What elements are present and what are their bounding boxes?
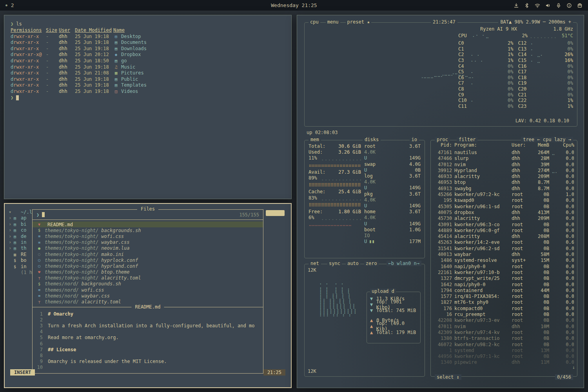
ls-row: drwxr-xr-x - dhh 25 Jun 19:18 ▤Documents bbox=[11, 40, 285, 46]
cpu-total-label: CPU bbox=[458, 33, 470, 38]
proc-select-hint[interactable]: select ↕ bbox=[435, 374, 461, 380]
proc-header-pid[interactable]: Pid: bbox=[434, 142, 452, 148]
tab-io[interactable]: io bbox=[410, 137, 419, 142]
picker-item[interactable]: ♥ themes/tokyo-night/btop.theme bbox=[33, 269, 263, 275]
process-row[interactable]: 39912 Hyprland dhh 274M ⣀⡀ 0.0 bbox=[434, 168, 574, 174]
net-mode-zero[interactable]: zero bbox=[364, 261, 379, 266]
battery-status[interactable]: BAT▲ 98% 2.99W ─ 2000ms + bbox=[498, 19, 573, 25]
process-mem: 0B bbox=[531, 299, 549, 305]
process-program: kworker/u96:0-gf bbox=[454, 228, 509, 234]
tab-proc[interactable]: proc bbox=[435, 137, 450, 142]
process-row[interactable]: 31541 kworker/u96:2-sd root 0B 0.0 bbox=[434, 246, 574, 252]
tab-menu[interactable]: menu bbox=[326, 19, 340, 25]
file-size: - bbox=[46, 46, 59, 52]
net-mode-auto[interactable]: auto bbox=[346, 261, 360, 266]
net-interface[interactable]: ←b wlan0 n→ bbox=[387, 261, 421, 266]
process-row[interactable]: 42208 kworker/u97:3-ev root 0B 0.0 bbox=[434, 318, 574, 323]
picker-item[interactable]: ● themes/tokyo-night/neovim.lua bbox=[33, 245, 263, 251]
tab-disks[interactable]: disks bbox=[363, 137, 381, 142]
proc-header-user[interactable]: User: bbox=[512, 142, 529, 148]
process-row[interactable]: 47161 nautilus dhh 264M ⣀ 0.0 bbox=[434, 150, 574, 156]
line-number: 5 bbox=[33, 335, 43, 341]
process-row[interactable]: 1642 napi/phy0-0 root 0B 0.0 bbox=[434, 282, 574, 288]
scroll-down-icon[interactable]: ↓ bbox=[572, 365, 575, 370]
process-row[interactable]: 1486 systemd-resolve syst+ 15M 0.0 bbox=[434, 258, 574, 263]
core-name: C2 bbox=[458, 52, 471, 57]
process-program: btrfs-transactio bbox=[454, 336, 509, 341]
proc-header-program[interactable]: Program: bbox=[454, 142, 509, 148]
update-icon[interactable] bbox=[514, 3, 519, 8]
process-row[interactable]: 43091 kworker/u96:3-co root 0B 0.0 bbox=[434, 222, 574, 228]
process-row[interactable]: 176 kcompactd0 root 0B 0.0 bbox=[434, 306, 574, 312]
picker-scrollbar[interactable] bbox=[266, 210, 285, 216]
picker-item[interactable]: ⊤ themes/tokyo-night/alacritty.toml bbox=[33, 275, 263, 281]
proc-header-mem[interactable]: MemB bbox=[531, 142, 549, 148]
process-row[interactable]: 1794 containerd root 44M 0.0 bbox=[434, 288, 574, 294]
process-row[interactable]: 1380 btrfs-transactio root 0B 0.0 bbox=[434, 336, 574, 341]
system-monitor-window[interactable]: cpu menu preset ★ 21:25:47 BAT▲ 98% 2.99… bbox=[297, 15, 584, 388]
picker-item[interactable]: ≡ themes/tokyo-night/waybar.css bbox=[33, 240, 263, 245]
picker-item[interactable]: $ themes/tokyo-night/backgrounds.sh bbox=[33, 227, 263, 233]
wifi-icon[interactable] bbox=[535, 3, 540, 8]
package-icon[interactable] bbox=[577, 3, 583, 8]
process-row[interactable]: 1327 dmcrypt_write/25 root 0B 0.0 bbox=[434, 276, 574, 281]
process-row[interactable]: 47011 nvim dhh 10M 0.0 bbox=[434, 324, 574, 330]
process-row[interactable]: 1640 napi/phy0-0 root 0B 0.0 bbox=[434, 264, 574, 270]
picker-item[interactable]: ▼ README.md bbox=[33, 221, 263, 227]
mic-icon[interactable] bbox=[556, 3, 561, 8]
process-row[interactable]: 45266 kworker/u97:2-kc root 0B 1.0 bbox=[434, 192, 574, 198]
process-row[interactable]: 45730 alacritty dhh 209M 0.0 bbox=[434, 216, 574, 221]
tab-mem[interactable]: mem bbox=[309, 137, 321, 142]
picker-item[interactable]: $ themes/nord/backgrounds.sh bbox=[33, 281, 263, 287]
process-row[interactable]: 47466 slurp dhh 28M 0.0 bbox=[434, 156, 574, 162]
picker-search-row[interactable]: ❯ 155/155 bbox=[33, 210, 263, 220]
process-cpu-graph bbox=[552, 246, 559, 252]
picker-item[interactable]: ○ themes/tokyo-night/hyprland.conf bbox=[33, 263, 263, 269]
picker-item[interactable]: ◌ themes/tokyo-night/mako.ini bbox=[33, 251, 263, 257]
process-row[interactable]: 22161 kworker/u97:10-b root 0B 0.0 bbox=[434, 270, 574, 276]
process-row[interactable]: 1827 mt76-tx phy0 root 0B 0.0 bbox=[434, 299, 574, 305]
process-cpu: 0.0 bbox=[561, 299, 574, 305]
process-row[interactable]: 195 kswapd0 root 0B 0.0 bbox=[434, 198, 574, 203]
process-row[interactable]: 47012 nvim dhh 39M 0.0 bbox=[434, 162, 574, 168]
process-row[interactable]: 45305 kworker/u96:1-sd root 0B 0.0 bbox=[434, 204, 574, 210]
process-pid: 46913 bbox=[434, 186, 452, 192]
system-tray bbox=[514, 3, 583, 8]
process-row[interactable]: 45414 alacritty dhh 208M 0.0 bbox=[434, 234, 574, 240]
net-mode-sync[interactable]: sync bbox=[327, 261, 342, 266]
proc-header-cpu[interactable]: Cpu% bbox=[561, 142, 574, 148]
process-row[interactable]: 1577 irq/81-PIXA3854: root 0B 0.0 bbox=[434, 294, 574, 299]
process-row[interactable]: 16 rcu_preempt root 0B 0.0 bbox=[434, 312, 574, 318]
process-row[interactable]: 40013 waybar dhh 58M 0.0 bbox=[434, 252, 574, 258]
process-row[interactable]: 46953 btop dhh 8.7M 0.0 bbox=[434, 180, 574, 185]
proc-sort-options[interactable]: tree ← cpu lazy → bbox=[521, 137, 573, 142]
process-row[interactable]: 42309 kworker/u97:4-kv root 0B 0.0 bbox=[434, 330, 574, 336]
process-row[interactable]: 1 systemd root 13M 0.0 bbox=[434, 348, 574, 354]
bluetooth-icon[interactable] bbox=[524, 3, 530, 8]
process-row[interactable]: 1340 pipewire dhh 11M 0.0 bbox=[434, 359, 574, 365]
volume-icon[interactable] bbox=[545, 3, 551, 8]
process-row[interactable]: 46933 alacritty dhh 209M 0.0 bbox=[434, 174, 574, 180]
process-row[interactable]: 46072 kworker/u98:2-kc root 0B 0.0 bbox=[434, 342, 574, 348]
process-row[interactable]: 45263 kworker/14:2-eve root 0B 0.6 bbox=[434, 240, 574, 245]
info-icon[interactable] bbox=[566, 3, 572, 8]
picker-item[interactable]: ≡ themes/nord/waybar.css bbox=[33, 293, 263, 299]
tab-preset[interactable]: preset ★ bbox=[346, 19, 372, 25]
workspace-indicator[interactable]: 2 bbox=[11, 2, 14, 8]
proc-header-row: Pid: Program: User: MemB Cpu% bbox=[434, 142, 574, 148]
picker-item[interactable]: ≡ themes/tokyo-night/wofi.css bbox=[33, 233, 263, 239]
process-row[interactable]: 40075 dropbox dhh 413M 0.0 bbox=[434, 210, 574, 216]
process-row[interactable]: 44956 kworker/u97:1-kc root 0B 0.0 bbox=[434, 354, 574, 359]
editor-window[interactable]: ▾ ~/.l › ▤ ap › ▤ bi › ▤ bbox=[4, 203, 292, 388]
process-cpu: 0.0 bbox=[561, 264, 574, 270]
tab-cpu[interactable]: cpu bbox=[309, 19, 320, 25]
process-row[interactable]: 46913 swaybg dhh 8.7M 0.0 bbox=[434, 186, 574, 192]
picker-item[interactable]: ≡ themes/nord/wofi.css bbox=[33, 287, 263, 293]
process-row[interactable]: 44889 kworker/u96:0-gf root 0B 0.0 bbox=[434, 228, 574, 234]
terminal-window[interactable]: ❯ ls Permissions Size User Date Modified… bbox=[4, 15, 292, 199]
process-cpu-graph: ⣀ bbox=[552, 150, 559, 156]
mem-stat-graph: ⣶⣶⣶⣶⣶⣶⣶⣶⣶⣶⣶⣶⣶⣶⣶⣶⣶⣶ bbox=[309, 181, 361, 187]
picker-item[interactable]: ○ themes/tokyo-night/hyprlock.conf bbox=[33, 257, 263, 263]
tab-net[interactable]: net bbox=[309, 261, 321, 266]
proc-filter-button[interactable]: filter bbox=[457, 137, 477, 142]
